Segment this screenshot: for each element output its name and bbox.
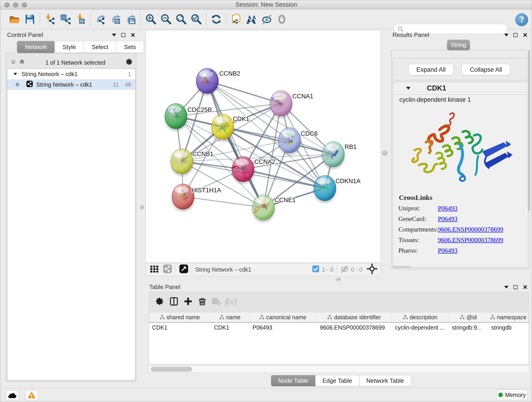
save-session-icon[interactable] — [23, 13, 36, 26]
network-node-count: 11 — [113, 81, 119, 88]
table-float-icon[interactable] — [513, 285, 518, 289]
column-header-namespace[interactable]: namespace — [488, 312, 529, 322]
toolbar-separator — [40, 12, 40, 26]
table-panel: Table Panel ✕ f(x) — [146, 283, 530, 382]
table-hscrollbar[interactable] — [149, 366, 529, 372]
table-cell[interactable]: cyclin-dependent ... — [392, 323, 449, 332]
crosslink-value-link[interactable]: P06493 — [438, 205, 457, 212]
expand-all-networks-icon[interactable] — [19, 58, 25, 67]
bottom-splitter-grip[interactable] — [336, 278, 341, 281]
crosslink-value-link[interactable]: P06493 — [438, 247, 457, 254]
hide-selected-icon[interactable] — [260, 13, 273, 26]
birdseye-crosshair-icon[interactable] — [367, 263, 378, 276]
export-table-icon[interactable] — [109, 13, 122, 26]
hidden-eye-icon[interactable] — [340, 264, 349, 275]
network-canvas[interactable]: CCNB2CCNA1CDC25BCDK1CDC6RB1CCNB1CCNA2CDK… — [146, 30, 381, 263]
column-header-database-identifier[interactable]: database identifier — [317, 312, 392, 322]
collapse-all-button[interactable]: Collapse All — [462, 64, 510, 75]
zoom-in-icon[interactable] — [144, 13, 157, 26]
crosslink-row: GeneCard:P06493 — [393, 215, 528, 223]
collapse-all-networks-icon[interactable] — [10, 58, 17, 67]
table-menu-icon[interactable] — [504, 286, 508, 288]
network-edge-count: 48 — [125, 81, 131, 88]
table-close-icon[interactable]: ✕ — [523, 284, 528, 290]
first-neighbors-icon[interactable] — [245, 13, 258, 26]
crosslink-value-link[interactable]: 9606.ENSP00000378699 — [438, 226, 503, 233]
node-label: CCNB1 — [192, 151, 214, 157]
export-network-icon[interactable] — [94, 13, 107, 26]
network-options-gear-icon[interactable] — [125, 58, 133, 67]
tab-network[interactable]: Network — [17, 41, 55, 53]
left-splitter-grip[interactable] — [140, 205, 144, 209]
open-in-browser-icon[interactable] — [179, 264, 189, 275]
add-column-icon[interactable] — [181, 294, 195, 308]
zoom-fit-icon[interactable] — [174, 13, 188, 26]
node-label: CDKN1A — [336, 178, 361, 185]
column-header-canonical-name[interactable]: canonical name — [249, 312, 317, 322]
show-columns-icon[interactable] — [167, 294, 181, 308]
warnings-button[interactable] — [25, 390, 38, 400]
import-network-icon[interactable] — [43, 13, 57, 26]
network-status-dot — [16, 83, 19, 86]
column-header-description[interactable]: description — [392, 312, 449, 322]
open-folder-icon[interactable] — [8, 13, 21, 26]
table-cell[interactable]: CDK1 — [149, 323, 211, 332]
expand-all-button[interactable]: Expand All — [409, 64, 453, 75]
refresh-layout-icon[interactable] — [210, 13, 223, 26]
grid-view-icon[interactable] — [149, 264, 159, 275]
warning-icon — [27, 391, 36, 399]
tab-edge-table[interactable]: Edge Table — [315, 375, 359, 386]
crosslink-row: Tissues:9606.ENSP00000378699 — [393, 236, 528, 244]
crosslink-value-link[interactable]: P06493 — [438, 215, 457, 223]
tab-style[interactable]: Style — [55, 41, 84, 53]
tab-select[interactable]: Select — [84, 41, 116, 53]
selected-checkbox-icon[interactable] — [312, 265, 320, 274]
help-button[interactable]: ? — [515, 13, 528, 26]
network-row[interactable]: String Network – cdk1 11 48 — [7, 79, 135, 90]
protein-expander-icon[interactable] — [406, 87, 410, 89]
export-image-icon[interactable] — [124, 13, 137, 26]
duplicate-network-icon[interactable] — [230, 13, 243, 26]
right-splitter-grip[interactable] — [382, 150, 387, 156]
column-header-name[interactable]: name — [211, 312, 249, 322]
cloud-button[interactable] — [6, 390, 19, 400]
table-cell[interactable]: stringdb:9... — [449, 323, 488, 332]
minimize-window-button[interactable] — [13, 2, 18, 7]
table-cell[interactable]: P06493 — [249, 323, 317, 332]
table-cell[interactable]: CDK1 — [211, 323, 249, 332]
delete-column-icon[interactable] — [195, 294, 209, 308]
tab-network-table[interactable]: Network Table — [359, 375, 411, 386]
panel-float-icon[interactable] — [121, 33, 125, 37]
table-cell[interactable]: 9606.ENSP00000378699 — [317, 323, 392, 332]
results-vscrollbar[interactable] — [528, 50, 530, 269]
tab-node-table[interactable]: Node Table — [271, 375, 315, 386]
zoom-selected-icon[interactable] — [190, 13, 203, 26]
collection-expander-icon[interactable] — [13, 73, 17, 75]
node-label: CDC6 — [301, 130, 318, 137]
results-float-icon[interactable] — [513, 33, 518, 37]
import-table-icon[interactable] — [74, 13, 87, 26]
import-database-icon[interactable] — [58, 13, 72, 26]
results-hscrollbar[interactable] — [393, 266, 411, 268]
zoom-out-icon[interactable] — [159, 13, 172, 26]
table-row[interactable]: CDK1CDK1P064939606.ENSP00000378699cyclin… — [149, 323, 529, 332]
zoom-window-button[interactable] — [22, 2, 27, 7]
table-settings-gear-icon[interactable] — [152, 294, 167, 308]
results-close-icon[interactable]: ✕ — [523, 32, 528, 38]
network-collection-row[interactable]: String Network – cdk1 1 — [7, 69, 135, 79]
tab-string[interactable]: String — [447, 40, 470, 50]
tab-sets[interactable]: Sets — [116, 41, 144, 53]
table-toolbar: f(x) — [149, 292, 529, 311]
column-header-shared-name[interactable]: shared name — [149, 312, 211, 322]
results-menu-icon[interactable] — [504, 34, 508, 36]
panel-menu-icon[interactable] — [112, 34, 116, 36]
memory-button[interactable]: Memory — [496, 390, 528, 400]
panel-close-icon[interactable]: ✕ — [130, 32, 135, 38]
show-all-icon[interactable] — [275, 13, 288, 26]
table-cell[interactable]: stringdb — [488, 323, 529, 332]
close-window-button[interactable] — [4, 2, 9, 7]
node-table: shared namenamecanonical namedatabase id… — [149, 312, 529, 365]
crosslink-value-link[interactable]: 9606.ENSP00000378699 — [438, 236, 503, 244]
share-view-icon[interactable] — [163, 264, 172, 275]
column-header--id[interactable]: @id — [449, 312, 488, 322]
